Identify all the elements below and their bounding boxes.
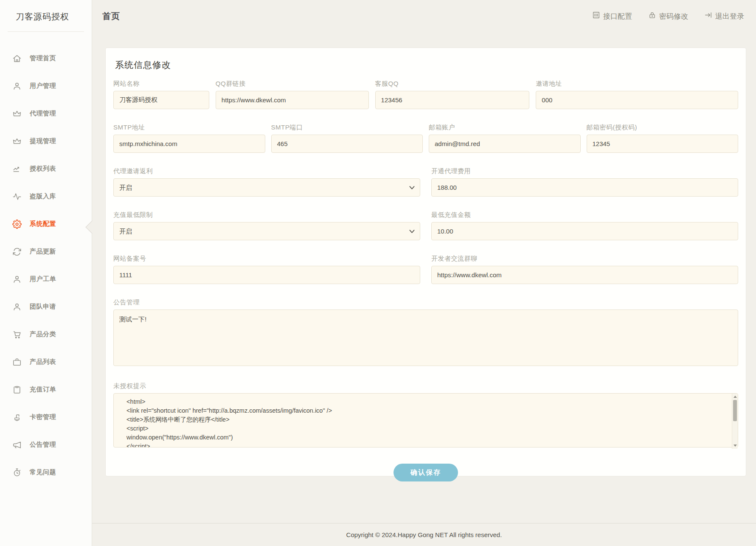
field-invite-address: 邀请地址 <box>536 80 738 109</box>
logout-link[interactable]: 退出登录 <box>704 11 744 21</box>
crown-icon <box>12 137 22 146</box>
api-config-icon <box>592 11 600 21</box>
sidebar-item-withdrawal-management[interactable]: 提现管理 <box>0 127 92 155</box>
scrollbar[interactable] <box>732 394 738 449</box>
email-account-input[interactable] <box>429 135 581 153</box>
app-logo: 刀客源码授权 <box>0 0 92 23</box>
crown-icon <box>12 109 22 118</box>
scrollbar-thumb[interactable] <box>733 400 737 421</box>
sidebar-item-label: 盗版入库 <box>30 192 56 200</box>
sidebar-item-team-application[interactable]: 团队申请 <box>0 293 92 321</box>
sidebar-item-agent-management[interactable]: 代理管理 <box>0 100 92 127</box>
system-settings-form: 网站名称 QQ群链接 客服QQ 邀请地址 SMTP地址 SMTP端口 <box>113 80 738 481</box>
sidebar-item-product-list[interactable]: 产品列表 <box>0 348 92 376</box>
api-config-label: 接口配置 <box>603 11 632 21</box>
sidebar-item-label: 充值订单 <box>30 386 56 394</box>
icp-number-label: 网站备案号 <box>113 255 420 263</box>
recharge-min-limit-select[interactable]: 开启 <box>113 222 420 240</box>
brush-icon <box>12 413 22 422</box>
unauthorized-tip-textarea[interactable]: <html> <link rel="shortcut icon" href="h… <box>113 393 738 447</box>
smtp-address-input[interactable] <box>113 135 265 153</box>
scrollbar-down-arrow[interactable] <box>732 443 738 448</box>
smtp-port-input[interactable] <box>271 135 423 153</box>
sidebar-item-faq[interactable]: 常见问题 <box>0 459 92 486</box>
refresh-icon <box>12 247 22 256</box>
form-row-1: 网站名称 QQ群链接 客服QQ 邀请地址 <box>113 80 738 109</box>
save-button[interactable]: 确认保存 <box>393 464 458 481</box>
field-developer-group: 开发者交流群聊 <box>431 255 738 284</box>
developer-group-label: 开发者交流群聊 <box>431 255 738 263</box>
user-icon <box>12 82 22 91</box>
unauthorized-tip-label: 未授权提示 <box>113 382 738 390</box>
sidebar-nav: 管理首页 用户管理 代理管理 提现管理 授权列表 <box>0 45 92 486</box>
smtp-port-label: SMTP端口 <box>271 124 423 132</box>
field-site-name: 网站名称 <box>113 80 209 109</box>
sidebar-item-label: 公告管理 <box>30 441 56 449</box>
sidebar-item-announcement-management[interactable]: 公告管理 <box>0 431 92 459</box>
sidebar-item-label: 系统配置 <box>30 220 56 228</box>
unauthorized-tip-code-wrap: <html> <link rel="shortcut icon" href="h… <box>113 393 738 449</box>
field-agent-invite-rebate: 代理邀请返利 开启 <box>113 167 420 197</box>
clipboard-icon <box>12 385 22 394</box>
api-config-link[interactable]: 接口配置 <box>592 11 632 21</box>
sidebar-item-user-management[interactable]: 用户管理 <box>0 72 92 100</box>
sidebar-item-label: 团队申请 <box>30 303 56 311</box>
sidebar-item-label: 用户管理 <box>30 82 56 90</box>
icp-number-input[interactable] <box>113 266 420 284</box>
sidebar-item-system-config[interactable]: 系统配置 <box>0 210 92 238</box>
scrollbar-up-arrow[interactable] <box>732 394 738 400</box>
gear-icon <box>12 220 22 229</box>
agent-invite-rebate-select[interactable]: 开启 <box>113 178 420 197</box>
sidebar-item-label: 产品更新 <box>30 248 56 256</box>
user-icon <box>12 275 22 284</box>
agent-invite-rebate-label: 代理邀请返利 <box>113 167 420 175</box>
recharge-min-limit-select-wrap: 开启 <box>113 222 420 240</box>
min-recharge-amount-input[interactable] <box>431 222 738 240</box>
briefcase-icon <box>12 357 22 367</box>
sidebar-item-authorization-list[interactable]: 授权列表 <box>0 155 92 183</box>
sidebar-item-card-key-management[interactable]: 卡密管理 <box>0 403 92 431</box>
announcement-textarea[interactable]: 测试一下! <box>113 310 738 366</box>
system-settings-card: 系统信息修改 网站名称 QQ群链接 客服QQ 邀请地址 SMTP地址 <box>105 48 746 476</box>
logout-icon <box>704 11 712 21</box>
form-row-5: 网站备案号 开发者交流群聊 <box>113 255 738 284</box>
form-row-3: 代理邀请返利 开启 开通代理费用 <box>113 167 738 197</box>
stopwatch-icon <box>12 468 22 477</box>
cart-icon <box>12 330 22 339</box>
invite-address-label: 邀请地址 <box>536 80 738 88</box>
field-recharge-min-limit: 充值最低限制 开启 <box>113 211 420 240</box>
sidebar-item-admin-home[interactable]: 管理首页 <box>0 45 92 72</box>
top-actions: 接口配置 密码修改 退出登录 <box>592 11 744 21</box>
form-row-unauthorized-tip: 未授权提示 <html> <link rel="shortcut icon" h… <box>113 382 738 449</box>
site-name-input[interactable] <box>113 91 209 109</box>
developer-group-input[interactable] <box>431 266 738 284</box>
page-title: 首页 <box>102 11 120 22</box>
logout-label: 退出登录 <box>715 11 744 21</box>
sidebar-item-product-category[interactable]: 产品分类 <box>0 321 92 348</box>
sidebar-item-label: 常见问题 <box>30 468 56 476</box>
sidebar-item-label: 产品列表 <box>30 358 56 366</box>
service-qq-input[interactable] <box>375 91 530 109</box>
field-qq-group-link: QQ群链接 <box>216 80 369 109</box>
sidebar-item-label: 管理首页 <box>30 54 56 62</box>
sidebar-item-user-tickets[interactable]: 用户工单 <box>0 265 92 293</box>
password-change-link[interactable]: 密码修改 <box>648 11 688 21</box>
invite-address-input[interactable] <box>536 91 738 109</box>
user-icon <box>12 302 22 312</box>
form-row-announcement: 公告管理 测试一下! <box>113 298 738 368</box>
form-title: 系统信息修改 <box>115 59 738 71</box>
sidebar-item-product-update[interactable]: 产品更新 <box>0 238 92 265</box>
agent-open-fee-label: 开通代理费用 <box>431 167 738 175</box>
agent-open-fee-input[interactable] <box>431 178 738 197</box>
megaphone-icon <box>12 440 22 450</box>
field-smtp-port: SMTP端口 <box>271 124 423 153</box>
qq-group-link-input[interactable] <box>216 91 369 109</box>
sidebar-item-recharge-orders[interactable]: 充值订单 <box>0 376 92 403</box>
email-password-input[interactable] <box>587 135 739 153</box>
sidebar-item-pirated-storage[interactable]: 盗版入库 <box>0 183 92 210</box>
field-icp-number: 网站备案号 <box>113 255 420 284</box>
field-announcement: 公告管理 测试一下! <box>113 298 738 368</box>
field-email-account: 邮箱账户 <box>429 124 581 153</box>
field-email-password: 邮箱密码(授权码) <box>587 124 739 153</box>
announcement-label: 公告管理 <box>113 298 738 307</box>
